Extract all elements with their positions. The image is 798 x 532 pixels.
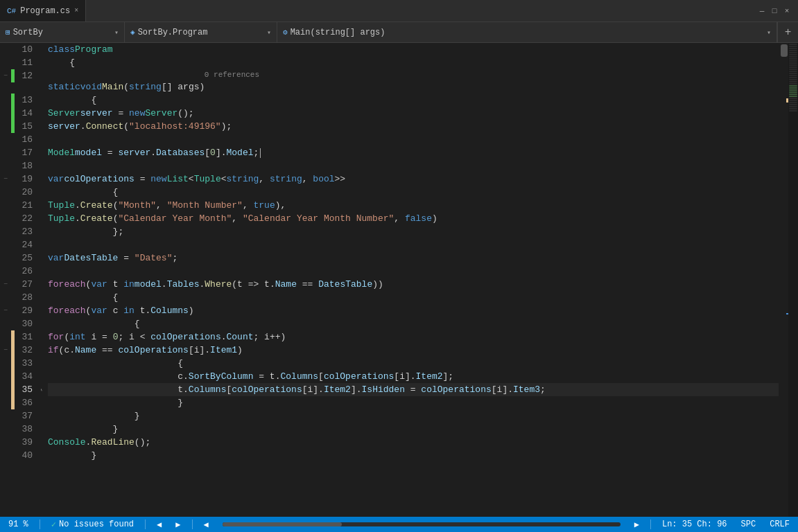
cursor-position[interactable]: Ln: 35 Ch: 96 xyxy=(659,517,730,532)
line-number-28: 28 xyxy=(15,291,33,304)
member-dropdown[interactable]: ⚙ Main(string[] args) ▾ xyxy=(277,22,777,42)
class-dropdown[interactable]: ◈ SortBy.Program ▾ xyxy=(125,22,277,42)
line-number-20: 20 xyxy=(15,186,33,199)
minimap-line xyxy=(789,50,797,51)
collapse-cell-19[interactable]: − xyxy=(0,172,11,186)
collapse-cell-24 xyxy=(0,238,11,251)
scroll-right-icon: ▶ xyxy=(634,520,639,530)
minimap-line xyxy=(789,52,797,53)
collapse-cell-20 xyxy=(0,186,11,199)
collapse-cell-14 xyxy=(0,107,11,120)
code-line-40: } xyxy=(48,449,779,462)
minimap-line xyxy=(789,98,797,99)
code-line-37: } xyxy=(48,409,779,423)
collapse-cell-28 xyxy=(0,291,11,304)
zoom-level[interactable]: 91 % xyxy=(6,517,31,532)
minimize-button[interactable]: — xyxy=(756,6,767,17)
member-icon: ⚙ xyxy=(283,28,288,37)
nav-next-icon: ▶ xyxy=(175,520,180,530)
ref-hint-line-12: 0 references xyxy=(48,69,779,80)
scroll-right-button[interactable]: ▶ xyxy=(632,517,642,532)
minimap-line xyxy=(789,46,797,47)
line-number-35: 35 xyxy=(15,383,33,396)
editor-area: −−−−− 1011121314151617181920212223242526… xyxy=(0,43,798,517)
scroll-left-icon: ◀ xyxy=(204,520,209,530)
minimap-line xyxy=(789,44,797,45)
line-number-21: 21 xyxy=(15,199,33,212)
code-line-19: var colOperations = new List<Tuple<strin… xyxy=(48,172,779,186)
editor-main: −−−−− 1011121314151617181920212223242526… xyxy=(0,43,798,517)
minimap-line xyxy=(789,56,797,57)
code-editor[interactable]: class Program { 0 references static void… xyxy=(41,43,779,517)
minimap-line xyxy=(789,94,797,95)
minimap-line xyxy=(789,102,797,103)
line-number-15: 15 xyxy=(15,120,33,133)
nav-prev-button[interactable]: ◀ xyxy=(154,517,164,532)
line-ending[interactable]: CRLF xyxy=(767,517,792,532)
edit-pencil-icon: ✎ xyxy=(41,383,42,396)
maximize-button[interactable]: □ xyxy=(769,6,780,17)
line-number-13: 13 xyxy=(15,94,33,107)
tab-label: Program.cs xyxy=(20,6,70,16)
collapse-cell-35 xyxy=(0,383,11,396)
collapse-cell-36 xyxy=(0,396,11,409)
code-line-10: class Program xyxy=(48,43,779,56)
collapse-cell-29[interactable]: − xyxy=(0,304,11,317)
scope-arrow-icon: ▾ xyxy=(114,28,119,37)
close-window-button[interactable]: × xyxy=(781,6,792,17)
minimap-line xyxy=(789,83,797,85)
navigation-bar: ⊞ SortBy ▾ ◈ SortBy.Program ▾ ⚙ Main(str… xyxy=(0,22,798,43)
collapse-cell-ref xyxy=(0,82,11,94)
collapse-cell-33 xyxy=(0,357,11,370)
minimap xyxy=(788,43,798,517)
code-line-22: Tuple.Create("Calendar Year Month", "Cal… xyxy=(48,212,779,225)
nav-next-button[interactable]: ▶ xyxy=(173,517,183,532)
indentation-label: SPC xyxy=(741,520,756,529)
line-number-29: 29 xyxy=(15,304,33,317)
collapse-cell-17 xyxy=(0,146,11,159)
scope-dropdown[interactable]: ⊞ SortBy ▾ xyxy=(0,22,125,42)
collapse-icon-19[interactable]: − xyxy=(3,176,8,183)
code-line-33: { xyxy=(48,357,779,370)
line-number-23: 23 xyxy=(15,225,33,238)
code-line-20: { xyxy=(48,186,779,199)
line-number-37: 37 xyxy=(15,409,33,423)
scroll-left-button[interactable]: ◀ xyxy=(201,517,211,532)
code-line-12: static void Main(string[] args) xyxy=(48,80,779,94)
minimap-line xyxy=(789,77,797,78)
collapse-gutter: −−−−− xyxy=(0,43,11,517)
minimap-line xyxy=(789,110,797,112)
close-tab-button[interactable]: × xyxy=(74,7,78,15)
file-tab[interactable]: C# Program.cs × xyxy=(0,0,86,21)
code-line-11: { xyxy=(48,56,779,69)
collapse-cell-12[interactable]: − xyxy=(0,69,11,82)
code-line-14: Server server = new Server(); xyxy=(48,107,779,120)
minimap-line xyxy=(789,106,797,107)
vertical-scrollbar[interactable] xyxy=(779,43,788,517)
minimap-line xyxy=(789,66,797,68)
line-number-40: 40 xyxy=(15,449,33,462)
line-number-25: 25 xyxy=(15,251,33,265)
collapse-icon-12[interactable]: − xyxy=(3,73,8,80)
code-line-27: foreach(var t in model.Tables.Where(t =>… xyxy=(48,278,779,291)
collapse-cell-34 xyxy=(0,370,11,383)
issues-indicator[interactable]: ✓ No issues found xyxy=(49,517,137,532)
scope-label: SortBy xyxy=(13,28,43,37)
collapse-cell-13 xyxy=(0,94,11,107)
collapse-cell-32[interactable]: − xyxy=(0,344,11,357)
line-number-27: 27 xyxy=(15,278,33,291)
add-panel-button[interactable]: + xyxy=(777,22,798,42)
line-number-11: 11 xyxy=(15,56,33,69)
minimap-line xyxy=(789,89,797,91)
minimap-line xyxy=(789,79,797,80)
collapse-icon-27[interactable]: − xyxy=(3,281,8,288)
collapse-cell-18 xyxy=(0,159,11,172)
collapse-cell-26 xyxy=(0,265,11,278)
collapse-cell-27[interactable]: − xyxy=(0,278,11,291)
collapse-icon-29[interactable]: − xyxy=(3,308,8,314)
code-line-34: c.SortByColumn = t.Columns[colOperations… xyxy=(48,370,779,383)
csharp-icon: C# xyxy=(7,7,16,15)
collapse-icon-32[interactable]: − xyxy=(3,347,8,354)
horizontal-scrollbar[interactable] xyxy=(223,522,621,526)
indentation-type[interactable]: SPC xyxy=(738,517,759,532)
